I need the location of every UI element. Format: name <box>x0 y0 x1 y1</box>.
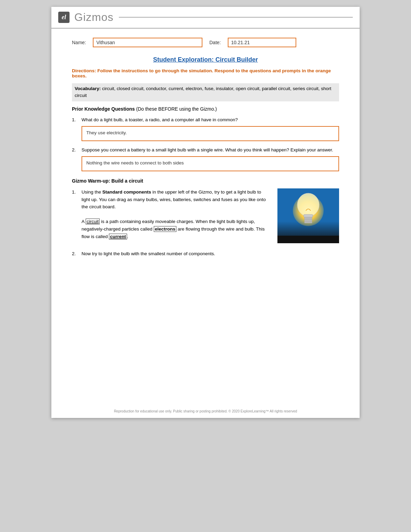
prior-knowledge-heading: Prior Knowledge Questions (Do these BEFO… <box>51 106 360 112</box>
image-base <box>277 236 339 243</box>
warmup-1-intro: Using the <box>82 189 102 195</box>
q2-answer-box[interactable]: Nothing the wire needs to connect to bot… <box>82 156 339 171</box>
page-title: Student Exploration: Circuit Builder <box>153 56 258 63</box>
question-2: 2. Suppose you connect a battery to a sm… <box>72 147 339 171</box>
header-divider <box>119 17 353 18</box>
svg-rect-2 <box>304 217 312 219</box>
q1-answer-box[interactable]: They use electricity. <box>82 126 339 141</box>
logo-icon: el <box>62 14 66 21</box>
page: el Gizmos Name: Vithusan Date: 10.21.21 … <box>51 7 360 418</box>
question-1: 1. What do a light bulb, a toaster, a ra… <box>72 116 339 141</box>
q1-text: What do a light bulb, a toaster, a radio… <box>82 116 238 123</box>
name-date-row: Name: Vithusan Date: 10.21.21 <box>51 32 360 53</box>
warmup-heading: Gizmo Warm-up: Build a circuit <box>72 178 339 184</box>
standard-components-label: Standard components <box>102 189 151 195</box>
current-term: current <box>109 234 127 239</box>
warmup-1-text: 1. Using the Standard components in the … <box>72 188 271 240</box>
prior-knowledge-subheading: (Do these BEFORE using the Gizmo.) <box>136 106 217 112</box>
questions-section: 1. What do a light bulb, a toaster, a ra… <box>51 116 360 172</box>
warmup-item-1: 1. Using the Standard components in the … <box>72 188 339 243</box>
footer: Reproduction for educational use only. P… <box>51 409 360 413</box>
warmup-1-number: 1. <box>72 188 79 240</box>
brand-name: Gizmos <box>74 11 113 24</box>
header: el Gizmos <box>51 7 360 29</box>
directions-text: Directions: Follow the instructions to g… <box>72 68 331 78</box>
prior-knowledge-title: Prior Knowledge Questions <box>72 106 135 112</box>
date-field[interactable]: 10.21.21 <box>228 38 296 47</box>
q2-number: 2. <box>72 147 79 153</box>
circuit-term: circuit <box>86 219 100 224</box>
name-label: Name: <box>72 40 86 45</box>
question-2-row: 2. Suppose you connect a battery to a sm… <box>72 147 339 153</box>
vocabulary-label: Vocabulary: <box>75 86 101 91</box>
warmup-1-row: 1. Using the Standard components in the … <box>72 188 339 243</box>
warmup-2-text: Now try to light the bulb with the small… <box>82 250 215 258</box>
name-field[interactable]: Vithusan <box>93 38 202 47</box>
warmup-1-text-e: . <box>127 234 128 239</box>
footer-text: Reproduction for educational use only. P… <box>114 409 297 413</box>
warmup-1-text-b: A <box>82 219 86 224</box>
question-1-row: 1. What do a light bulb, a toaster, a ra… <box>72 116 339 123</box>
vocabulary-section: Vocabulary: circuit, closed circuit, con… <box>72 83 339 101</box>
title-section: Student Exploration: Circuit Builder <box>51 56 360 63</box>
q1-number: 1. <box>72 116 79 123</box>
lightbulb-image <box>277 188 339 243</box>
warmup-item-2: 2. Now try to light the bulb with the sm… <box>72 250 339 258</box>
svg-rect-4 <box>304 221 312 223</box>
directions: Directions: Follow the instructions to g… <box>51 68 360 78</box>
warmup-2-number: 2. <box>72 250 79 258</box>
svg-rect-1 <box>304 214 313 217</box>
electrons-term: electrons <box>154 226 176 232</box>
q2-text: Suppose you connect a battery to a small… <box>82 147 333 153</box>
logo-box: el <box>58 12 70 23</box>
date-label: Date: <box>209 40 221 45</box>
bulb-svg <box>293 192 324 230</box>
vocabulary-terms: circuit, closed circuit, conductor, curr… <box>75 86 331 98</box>
svg-rect-3 <box>304 219 312 221</box>
warmup-section: Gizmo Warm-up: Build a circuit 1. Using … <box>51 178 360 258</box>
svg-point-0 <box>297 193 319 216</box>
